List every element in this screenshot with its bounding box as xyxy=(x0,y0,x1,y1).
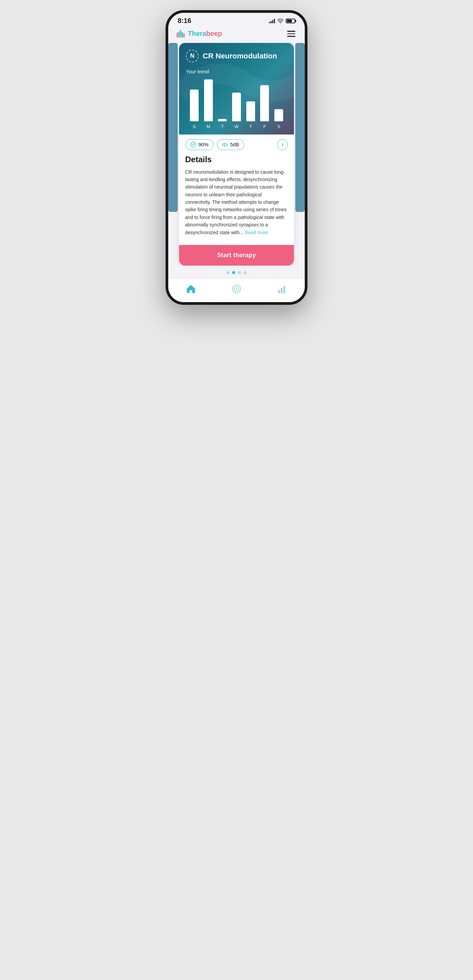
nav-target[interactable] xyxy=(225,283,248,295)
svg-rect-1 xyxy=(177,33,178,38)
wifi-icon xyxy=(278,19,284,23)
status-bar: 8:16 xyxy=(168,13,305,27)
decibel-value: 5dB xyxy=(230,142,239,147)
bar-day-label: T xyxy=(221,124,224,129)
svg-point-0 xyxy=(280,22,281,23)
bar-col: S xyxy=(271,109,286,129)
checkmark-icon xyxy=(190,142,196,148)
start-therapy-button[interactable]: Start therapy xyxy=(179,245,294,266)
stats-row: 90% 5dB i xyxy=(179,135,294,153)
trend-label: Your trend xyxy=(186,68,287,74)
svg-rect-5 xyxy=(183,33,185,38)
compliance-value: 90% xyxy=(198,142,208,147)
logo-waves-icon xyxy=(176,30,186,38)
details-title: Details xyxy=(185,155,288,164)
details-section: Details CR neuromodulation is designed t… xyxy=(179,153,294,243)
bar-day-label: T xyxy=(249,124,252,129)
home-icon xyxy=(186,284,196,294)
bar xyxy=(204,80,213,121)
status-icons xyxy=(269,19,295,23)
decibel-badge: 5dB xyxy=(217,139,244,150)
target-icon xyxy=(232,284,241,294)
bar-day-label: F xyxy=(263,124,266,129)
logo-thera: Thera xyxy=(188,30,206,37)
main-card: N CR Neuromodulation Your trend SMTWTFS … xyxy=(179,43,294,266)
side-card-left[interactable] xyxy=(168,43,178,212)
svg-rect-12 xyxy=(284,286,285,293)
bar-col: F xyxy=(258,85,272,129)
hamburger-line-3 xyxy=(287,36,295,37)
logo-beep: beep xyxy=(206,30,222,37)
svg-rect-3 xyxy=(180,30,181,38)
card-title-row: N CR Neuromodulation xyxy=(186,50,287,62)
chart-icon xyxy=(277,284,287,294)
status-time: 8:16 xyxy=(178,17,191,25)
carousel-area: N CR Neuromodulation Your trend SMTWTFS … xyxy=(168,43,305,266)
pagination-dot-0[interactable] xyxy=(226,271,229,274)
svg-point-6 xyxy=(191,142,196,147)
bar-col: S xyxy=(187,89,202,129)
bar xyxy=(275,109,283,121)
hamburger-line-2 xyxy=(287,33,295,35)
nav-stats[interactable] xyxy=(270,283,294,295)
signal-icon xyxy=(269,19,275,23)
n-badge: N xyxy=(186,50,198,62)
hamburger-line-1 xyxy=(287,31,295,32)
pagination-dot-3[interactable] xyxy=(244,271,247,274)
svg-rect-4 xyxy=(182,32,183,38)
svg-rect-10 xyxy=(278,290,280,293)
battery-icon xyxy=(286,19,295,23)
logo: Therabeep xyxy=(176,30,222,38)
card-chart-area: N CR Neuromodulation Your trend SMTWTFS xyxy=(179,43,294,135)
svg-rect-11 xyxy=(281,288,283,293)
bar-day-label: W xyxy=(235,124,238,129)
pagination-dot-2[interactable] xyxy=(238,271,241,274)
bar-chart: SMTWTFS xyxy=(186,78,287,129)
info-button[interactable]: i xyxy=(277,139,288,150)
card-title: CR Neuromodulation xyxy=(203,52,277,60)
bar xyxy=(218,119,227,121)
bar-day-label: S xyxy=(278,124,281,129)
bar-col: T xyxy=(244,101,258,129)
compliance-badge: 90% xyxy=(185,139,214,150)
phone-frame: 8:16 xyxy=(165,10,308,305)
bar xyxy=(260,85,269,121)
details-text: CR neuromodulation is designed to cause … xyxy=(185,168,288,237)
menu-button[interactable] xyxy=(286,29,297,38)
logo-text: Therabeep xyxy=(188,30,222,38)
bar-col: T xyxy=(215,119,229,129)
volume-icon xyxy=(222,142,228,148)
bottom-nav xyxy=(168,278,305,302)
read-more-link[interactable]: Read more xyxy=(245,230,268,235)
svg-rect-2 xyxy=(178,32,180,38)
nav-home[interactable] xyxy=(179,283,203,295)
side-card-right[interactable] xyxy=(295,43,305,212)
pagination-dot-1[interactable] xyxy=(232,271,235,274)
bar xyxy=(232,92,241,121)
svg-point-9 xyxy=(235,288,237,290)
bar xyxy=(190,89,198,121)
bar-day-label: S xyxy=(193,124,196,129)
bar xyxy=(246,101,255,121)
pagination-dots xyxy=(168,266,305,278)
app-header: Therabeep xyxy=(168,27,305,43)
bar-day-label: M xyxy=(206,124,210,129)
bar-col: M xyxy=(202,80,216,129)
bar-col: W xyxy=(229,92,244,129)
